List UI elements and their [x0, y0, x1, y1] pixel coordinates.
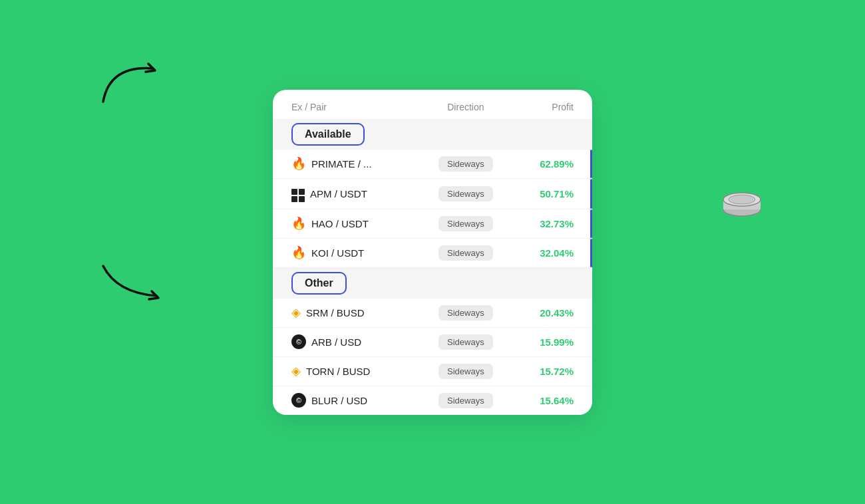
direction-cell: Sideways [425, 334, 508, 350]
flame-icon: 🔥 [291, 245, 306, 260]
col-profit-header: Profit [507, 102, 574, 112]
diamond-icon: ◈ [291, 364, 301, 378]
table-row: ◈ SRM / BUSD Sideways 20.43% [273, 299, 592, 328]
direction-cell: Sideways [425, 364, 508, 379]
available-section-label-row: Available [273, 119, 592, 150]
direction-cell: Sideways [425, 305, 508, 320]
main-card: Ex / Pair Direction Profit Available 🔥 P… [273, 90, 592, 415]
direction-cell: Sideways [425, 245, 508, 261]
pair-label: PRIMATE / ... [311, 158, 372, 170]
profit-cell: 32.73% [507, 218, 574, 229]
pair-label: HAO / USDT [311, 218, 369, 229]
pair-label: ARB / USD [311, 336, 361, 348]
table-row: ◈ TORN / BUSD Sideways 15.72% [273, 357, 592, 386]
direction-badge: Sideways [438, 364, 493, 379]
direction-badge: Sideways [438, 305, 493, 320]
table-row: 🔥 HAO / USDT Sideways 32.73% [273, 209, 592, 239]
decorative-arrow-bottom [96, 259, 170, 313]
diamond-icon: ◈ [291, 305, 301, 320]
direction-badge: Sideways [438, 334, 493, 350]
flame-icon: 🔥 [291, 216, 306, 231]
pair-cell: 🔥 HAO / USDT [291, 216, 425, 231]
pair-label: KOI / USDT [311, 247, 364, 259]
table-row: APM / USDT Sideways 50.71% [273, 179, 592, 209]
profit-cell: 15.72% [507, 366, 574, 377]
col-pair-header: Ex / Pair [291, 102, 425, 112]
pair-cell: ◈ SRM / BUSD [291, 305, 425, 320]
direction-badge: Sideways [438, 186, 493, 201]
pair-label: SRM / BUSD [306, 307, 365, 318]
profit-cell: 32.04% [507, 247, 574, 259]
pair-cell: ◈ TORN / BUSD [291, 364, 425, 378]
svg-point-3 [729, 195, 755, 204]
other-section-label-row: Other [273, 268, 592, 299]
direction-cell: Sideways [425, 393, 508, 408]
flame-icon: 🔥 [291, 156, 306, 171]
col-direction-header: Direction [425, 102, 508, 112]
circle-c-icon: © [291, 334, 306, 349]
pair-cell: © ARB / USD [291, 334, 425, 349]
table-row: © ARB / USD Sideways 15.99% [273, 328, 592, 357]
direction-cell: Sideways [425, 186, 508, 201]
table-header: Ex / Pair Direction Profit [273, 90, 592, 119]
circle-c-icon: © [291, 393, 306, 408]
profit-cell: 15.64% [507, 395, 574, 406]
decorative-arrow-top [96, 59, 170, 112]
pair-cell: © BLUR / USD [291, 393, 425, 408]
other-label-box: Other [291, 272, 347, 295]
profit-cell: 62.89% [507, 158, 574, 170]
direction-badge: Sideways [438, 216, 493, 231]
table-row: © BLUR / USD Sideways 15.64% [273, 386, 592, 415]
direction-cell: Sideways [425, 156, 508, 172]
pair-cell: APM / USDT [291, 186, 425, 202]
pair-label: APM / USDT [310, 188, 367, 199]
direction-badge: Sideways [438, 245, 493, 261]
direction-badge: Sideways [438, 393, 493, 408]
profit-cell: 20.43% [507, 307, 574, 318]
pair-cell: 🔥 KOI / USDT [291, 245, 425, 260]
pair-label: BLUR / USD [311, 395, 367, 406]
table-row: 🔥 PRIMATE / ... Sideways 62.89% [273, 150, 592, 179]
direction-cell: Sideways [425, 216, 508, 231]
available-label-box: Available [291, 123, 365, 146]
pair-cell: 🔥 PRIMATE / ... [291, 156, 425, 171]
table-row: 🔥 KOI / USDT Sideways 32.04% [273, 239, 592, 268]
direction-badge: Sideways [438, 156, 493, 172]
profit-cell: 50.71% [507, 188, 574, 199]
grid-icon [291, 186, 305, 202]
pair-label: TORN / BUSD [306, 366, 370, 377]
profit-cell: 15.99% [507, 336, 574, 348]
decorative-coin [715, 186, 769, 225]
